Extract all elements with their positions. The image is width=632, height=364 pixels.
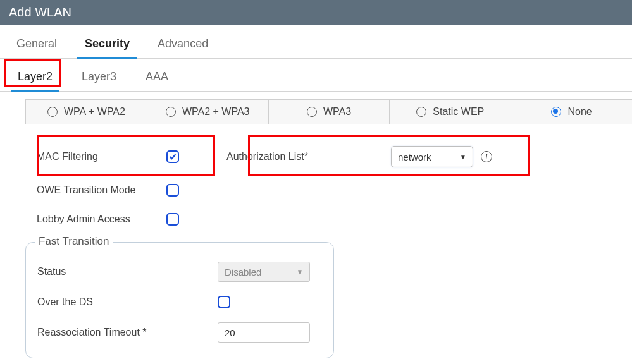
tab-general[interactable]: General — [9, 32, 65, 58]
radio-static-wep[interactable]: Static WEP — [390, 100, 511, 124]
authorization-list-dropdown[interactable]: network ▼ — [391, 146, 473, 167]
chevron-down-icon: ▼ — [460, 154, 466, 161]
radio-circle-icon — [47, 107, 58, 117]
subtab-layer3[interactable]: Layer3 — [73, 65, 125, 91]
radio-wpa2-wpa3[interactable]: WPA2 + WPA3 — [147, 100, 269, 124]
ft-status-select[interactable]: Disabled ▼ — [218, 262, 310, 282]
lobby-admin-checkbox[interactable] — [166, 213, 179, 226]
ft-reassoc-input[interactable] — [218, 322, 310, 343]
page-title-bar: Add WLAN — [0, 0, 632, 25]
owe-transition-label: OWE Transition Mode — [37, 185, 160, 196]
check-icon — [169, 153, 177, 161]
radio-none[interactable]: None — [511, 100, 632, 124]
authorization-list-label: Authorization List* — [226, 151, 383, 162]
ft-status-value: Disabled — [225, 267, 261, 277]
ft-reassoc-label: Reassociation Timeout * — [37, 327, 218, 338]
ft-over-ds-checkbox[interactable] — [218, 296, 230, 308]
tab-security[interactable]: Security — [77, 32, 137, 58]
sub-tabs: Layer2 Layer3 AAA — [0, 59, 632, 92]
subtab-layer2[interactable]: Layer2 — [9, 65, 61, 91]
radio-circle-selected-icon — [551, 107, 561, 117]
radio-wpa-wpa2[interactable]: WPA + WPA2 — [25, 100, 147, 124]
radio-circle-icon — [307, 107, 317, 117]
security-mode-radiogroup: WPA + WPA2 WPA2 + WPA3 WPA3 Static WEP N… — [25, 99, 632, 124]
fast-transition-fieldset: Fast Transition Status Disabled ▼ Over t… — [25, 242, 334, 358]
authorization-list-value: network — [398, 152, 431, 162]
owe-transition-checkbox[interactable] — [166, 184, 179, 197]
subtab-aaa[interactable]: AAA — [137, 65, 177, 91]
page-title: Add WLAN — [9, 5, 71, 19]
main-tabs: General Security Advanced — [0, 25, 632, 59]
info-icon[interactable]: i — [481, 151, 492, 162]
fast-transition-legend: Fast Transition — [35, 235, 113, 248]
chevron-down-icon: ▼ — [297, 269, 303, 276]
ft-over-ds-label: Over the DS — [37, 296, 218, 308]
tab-advanced[interactable]: Advanced — [150, 32, 216, 58]
radio-circle-icon — [416, 107, 426, 117]
radio-wpa3[interactable]: WPA3 — [269, 100, 390, 124]
mac-filtering-checkbox[interactable] — [166, 150, 179, 163]
radio-circle-icon — [166, 107, 176, 117]
mac-filtering-label: MAC Filtering — [37, 151, 160, 162]
ft-status-label: Status — [37, 266, 218, 277]
layer2-content: WPA + WPA2 WPA2 + WPA3 WPA3 Static WEP N… — [0, 92, 632, 364]
lobby-admin-label: Lobby Admin Access — [37, 214, 160, 225]
